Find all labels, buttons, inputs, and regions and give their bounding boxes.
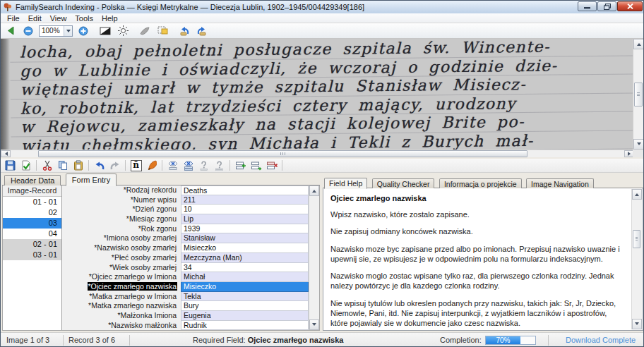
restore-button[interactable] xyxy=(597,1,616,11)
field-input[interactable]: Michał xyxy=(181,272,309,282)
field-label: *Wiek osoby zmarłej xyxy=(62,263,181,273)
familysearch-tree-icon xyxy=(3,2,13,12)
undo-button[interactable] xyxy=(93,159,106,172)
paste-button[interactable] xyxy=(71,159,85,172)
field-help-paragraph: Nazwisko moze byc zapisane przed albo po… xyxy=(330,244,626,264)
scroll-up-icon[interactable] xyxy=(633,39,644,49)
tab-field-help[interactable]: Field Help xyxy=(324,178,367,189)
scroll-down-icon[interactable] xyxy=(633,139,644,150)
redo-button[interactable] xyxy=(108,159,121,172)
tab-quality-checker[interactable]: Quality Checker xyxy=(372,178,435,189)
field-help-paragraph: Wpisz nazwisko, które zostalo zapisane. xyxy=(330,209,626,219)
lookup-button[interactable] xyxy=(145,159,158,172)
mark-record-blank-button[interactable] xyxy=(181,159,195,172)
zoom-in-button[interactable] xyxy=(76,25,90,37)
save-button[interactable] xyxy=(4,159,17,172)
field-input[interactable]: Misieczko xyxy=(181,243,309,253)
field-input[interactable]: Stanisław xyxy=(181,233,309,243)
field-help-paragraph: Nie zapisuj odmiany koncówek nazwiska. xyxy=(330,226,626,236)
field-input[interactable]: Lip xyxy=(181,214,309,224)
international-characters-button[interactable]: ñ xyxy=(129,159,143,172)
image-record-list: Image-Record 01 - 01 02 03 04 02 - 01 03… xyxy=(3,185,62,330)
field-input[interactable]: Mezczyzna (Man) xyxy=(181,253,309,263)
book-gutter xyxy=(1,39,10,150)
scroll-left-icon[interactable] xyxy=(1,150,11,157)
field-label: *Dzień zgonu xyxy=(62,205,181,214)
field-input[interactable]: 211 xyxy=(181,195,309,205)
unsure-record-button[interactable] xyxy=(213,159,226,172)
required-field-value: Ojciec zmarłego nazwiska xyxy=(248,336,344,344)
menu-tools[interactable]: Tools xyxy=(71,13,97,23)
append-record-icon xyxy=(251,161,262,171)
scroll-down-icon[interactable] xyxy=(309,319,319,330)
append-record-button[interactable] xyxy=(249,159,263,172)
field-label: *Miesiąc zgonu xyxy=(62,214,181,224)
image-vertical-scrollbar[interactable] xyxy=(633,39,643,150)
tab-image-navigation[interactable]: Image Navigation xyxy=(526,178,594,189)
copy-button[interactable] xyxy=(56,159,69,172)
image-vscroll-thumb[interactable] xyxy=(634,83,643,106)
form-field-row: *Numer wpisu211 xyxy=(62,195,309,205)
image-hscroll-thumb[interactable] xyxy=(38,150,527,157)
delete-record-button[interactable] xyxy=(265,159,278,172)
chevron-down-icon[interactable] xyxy=(64,26,72,36)
field-label-selected: *Ojciec zmarłego nazwiska xyxy=(62,282,181,292)
tab-project-information[interactable]: Informacja o projekcie xyxy=(439,178,522,189)
status-bar: Image 1 of 3 Record 3 of 6 Required Fiel… xyxy=(1,332,644,347)
field-input[interactable]: Bury xyxy=(181,301,309,311)
tab-header-data[interactable]: Header Data xyxy=(4,175,61,186)
tab-form-entry[interactable]: Form Entry xyxy=(66,174,117,186)
record-row[interactable]: 04 xyxy=(3,229,61,239)
menu-view[interactable]: View xyxy=(46,13,71,23)
rotate-left-button[interactable] xyxy=(177,25,191,37)
menu-help[interactable]: Help xyxy=(97,13,122,23)
invert-button[interactable] xyxy=(98,25,112,37)
record-row[interactable]: 02 xyxy=(3,207,61,218)
record-row-selected[interactable]: 03 xyxy=(3,218,61,229)
unsure-field-button[interactable] xyxy=(197,159,210,172)
scroll-up-icon[interactable] xyxy=(309,185,319,196)
record-row[interactable]: 03 - 01 xyxy=(3,250,61,260)
form-field-row: *Matka zmarłego w ImionaTekla xyxy=(62,292,309,302)
field-input[interactable]: Tekla xyxy=(181,292,309,302)
scroll-up-icon[interactable] xyxy=(632,189,642,200)
field-input[interactable]: 10 xyxy=(181,205,309,214)
mark-field-blank-button[interactable] xyxy=(166,159,179,172)
submit-batch-button[interactable] xyxy=(19,159,32,172)
menu-edit[interactable]: Edit xyxy=(24,13,46,23)
form-field-row: *Nazwisko małżonkaRudnik xyxy=(62,321,309,331)
field-input[interactable]: Deaths xyxy=(181,185,309,195)
help-vscroll-thumb[interactable] xyxy=(633,230,640,248)
field-input-selected[interactable]: Misieczko xyxy=(181,282,309,292)
menu-file[interactable]: File xyxy=(3,13,24,23)
field-label: *Nazwisko małżonka xyxy=(62,321,181,331)
record-row[interactable]: 02 - 01 xyxy=(3,239,61,250)
marquee-button[interactable] xyxy=(155,25,169,37)
image-horizontal-scrollbar[interactable] xyxy=(1,150,634,157)
close-button[interactable] xyxy=(617,1,643,11)
field-input[interactable]: Eugenia xyxy=(181,311,309,321)
scrollbar-corner xyxy=(633,150,643,157)
field-input[interactable]: 34 xyxy=(181,263,309,273)
record-row[interactable]: 01 - 01 xyxy=(3,197,61,207)
insert-record-button[interactable] xyxy=(234,159,247,172)
document-image-viewport[interactable]: locha, obaj pełnoletni posługacze szpita… xyxy=(1,39,634,150)
undo-icon xyxy=(94,161,105,171)
zoom-level-combo[interactable]: 100% xyxy=(39,25,73,37)
minimize-button[interactable] xyxy=(578,1,597,11)
back-button[interactable] xyxy=(4,25,18,37)
field-label: *Ojciec zmarłego w Imiona xyxy=(62,272,181,282)
form-vertical-scrollbar[interactable] xyxy=(309,185,319,330)
brightness-icon xyxy=(118,25,129,36)
help-vertical-scrollbar[interactable] xyxy=(631,189,642,329)
download-status[interactable]: Download Complete xyxy=(566,333,636,347)
scroll-down-icon[interactable] xyxy=(632,319,642,329)
rotate-right-button[interactable] xyxy=(195,25,209,37)
field-input[interactable]: 1939 xyxy=(181,224,309,234)
field-input[interactable]: Rudnik xyxy=(181,321,309,331)
cut-button[interactable] xyxy=(40,159,54,172)
zoom-out-button[interactable] xyxy=(21,25,35,37)
mark-record-blank-icon xyxy=(183,160,194,171)
highlight-button[interactable] xyxy=(138,25,152,37)
brightness-button[interactable] xyxy=(116,25,130,37)
